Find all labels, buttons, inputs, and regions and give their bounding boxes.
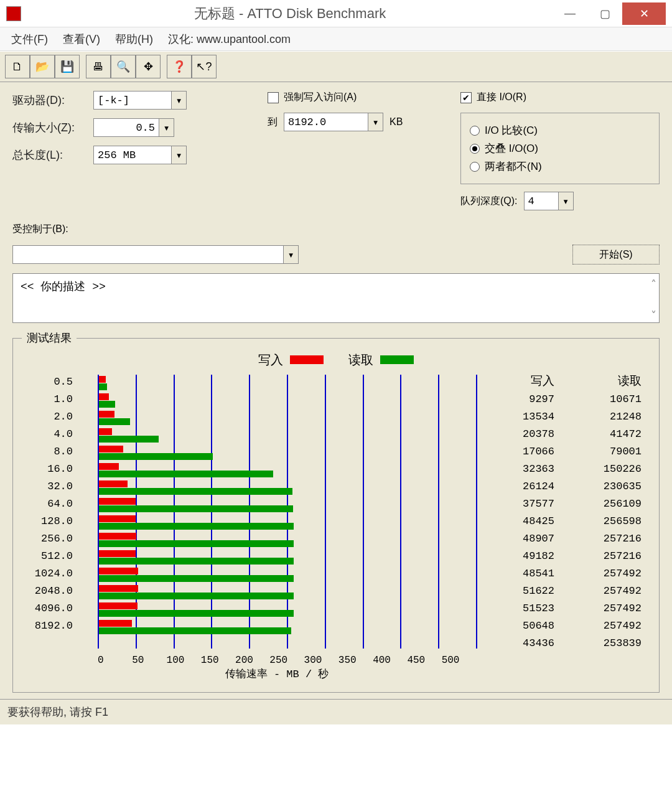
open-button[interactable]: 📂 (30, 55, 55, 78)
menu-help[interactable]: 帮助(H) (115, 32, 153, 47)
preview-button[interactable]: 🔍 (111, 55, 136, 78)
drive-label: 驱动器(D): (12, 93, 93, 108)
help-button[interactable]: ❓ (167, 55, 192, 78)
results-legend: 测试结果 (22, 330, 77, 345)
chevron-down-icon: ▾ (283, 246, 298, 263)
toolbar: 🗋 📂 💾 🖶 🔍 ✥ ❓ ↖? (0, 51, 672, 82)
io-neither-radio[interactable] (470, 162, 480, 172)
chart-area: 050100150200250300350400450500 传输速率 - MB… (78, 372, 476, 683)
scroll-down-icon[interactable]: ˅ (651, 309, 656, 322)
x-axis-label: 传输速率 - MB / 秒 (78, 667, 476, 681)
transfer-to-combo[interactable]: 8192.0▾ (284, 113, 383, 131)
move-button[interactable]: ✥ (136, 55, 161, 78)
menu-view[interactable]: 查看(V) (63, 32, 100, 47)
title-bar: 无标题 - ATTO Disk Benchmark — ▢ ✕ (0, 0, 672, 27)
length-combo[interactable]: 256 MB▾ (93, 146, 187, 164)
kb-label: KB (390, 116, 403, 128)
controlled-label: 受控制于(B): (12, 223, 68, 236)
close-button[interactable]: ✕ (622, 2, 666, 25)
minimize-button[interactable]: — (553, 2, 587, 25)
length-label: 总长度(L): (12, 148, 93, 162)
results-group: 测试结果 写入 读取 0.51.02.04.08.016.032.064.012… (12, 330, 660, 693)
maximize-button[interactable]: ▢ (587, 2, 622, 25)
direct-io-label: 直接 I/O(R) (477, 91, 526, 104)
force-write-label: 强制写入访问(A) (284, 91, 357, 104)
print-button[interactable]: 🖶 (86, 55, 111, 78)
queue-combo[interactable]: 4▾ (524, 192, 574, 210)
queue-label: 队列深度(Q): (460, 195, 518, 208)
io-mode-group: I/O 比较(C) 交叠 I/O(O) 两者都不(N) (460, 113, 660, 184)
drive-combo[interactable]: [-k-]▾ (93, 91, 187, 110)
force-write-checkbox[interactable] (268, 92, 279, 103)
read-swatch (380, 355, 414, 364)
x-axis: 050100150200250300350400450500 (98, 655, 476, 666)
chevron-down-icon: ▾ (368, 113, 383, 131)
transfer-label: 传输大小(Z): (12, 120, 93, 135)
window-title: 无标题 - ATTO Disk Benchmark (27, 4, 553, 23)
menu-credit: 汉化: www.upantool.com (168, 32, 291, 47)
menu-file[interactable]: 文件(F) (11, 32, 48, 47)
chevron-down-icon: ▾ (171, 146, 186, 164)
whatsthis-button[interactable]: ↖? (192, 55, 217, 78)
direct-io-checkbox[interactable]: ✔ (460, 92, 472, 103)
app-icon (6, 6, 21, 21)
description-box[interactable]: << 你的描述 >> ˄˅ (12, 273, 660, 323)
legend-read: 读取 (348, 353, 373, 367)
write-swatch (290, 355, 324, 364)
chevron-down-icon: ▾ (558, 192, 573, 210)
start-button[interactable]: 开始(S) (572, 245, 660, 265)
controlled-combo[interactable]: ▾ (12, 245, 299, 264)
chevron-down-icon: ▾ (171, 91, 186, 109)
transfer-from-combo[interactable]: 0.5▾ (93, 118, 174, 137)
legend-write: 写入 (258, 353, 283, 367)
y-axis-labels: 0.51.02.04.08.016.032.064.0128.0256.0512… (22, 372, 78, 683)
new-button[interactable]: 🗋 (5, 55, 30, 78)
chevron-down-icon: ▾ (159, 119, 174, 136)
menu-bar: 文件(F) 查看(V) 帮助(H) 汉化: www.upantool.com (0, 27, 672, 51)
io-compare-radio[interactable] (470, 126, 480, 136)
status-bar: 要获得帮助, 请按 F1 (0, 699, 672, 724)
scroll-up-icon[interactable]: ˄ (651, 278, 656, 291)
io-overlap-radio[interactable] (470, 144, 480, 154)
read-column: 读取10671212484147279001150226230635256109… (563, 372, 650, 683)
to-label: 到 (268, 116, 278, 129)
write-column: 写入92971353420378170663236326124375774842… (476, 372, 563, 683)
save-button[interactable]: 💾 (55, 55, 80, 78)
